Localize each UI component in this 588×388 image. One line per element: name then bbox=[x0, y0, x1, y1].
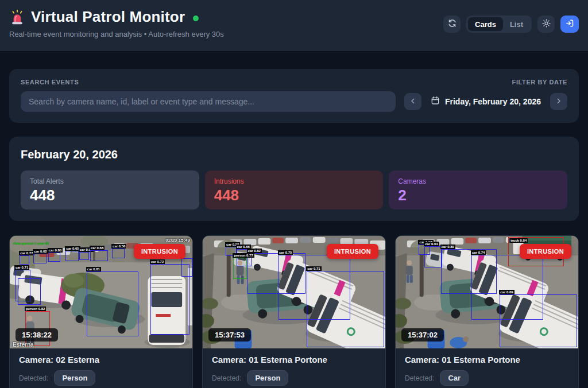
osd-clock-text: 02/20 15:49 bbox=[165, 238, 190, 243]
event-timestamp: 15:37:53 bbox=[208, 328, 251, 342]
calendar-icon bbox=[431, 96, 440, 107]
sun-icon bbox=[542, 19, 551, 29]
detection-box: car 0.65 bbox=[65, 251, 78, 261]
stat-value: 448 bbox=[214, 188, 374, 203]
status-online-dot bbox=[193, 15, 199, 21]
detection-label: car 0.72 bbox=[150, 259, 165, 264]
event-card[interactable]: car 0.58car 0.66car 0.82car 0.75car 0.71… bbox=[202, 235, 386, 388]
detection-label: truck 0.84 bbox=[509, 238, 528, 243]
intrusion-badge: INTRUSION bbox=[520, 244, 571, 259]
detection-label: car 0.74 bbox=[471, 250, 486, 255]
detection-label: person 0.82 bbox=[25, 306, 46, 311]
search-filter-panel: SEARCH EVENTS FILTER BY DATE bbox=[9, 69, 579, 123]
event-info: Camera: 01 Esterna Portone Detected: Per… bbox=[203, 348, 385, 388]
date-navigation: Friday, February 20, 2026 bbox=[404, 93, 567, 110]
view-toggle-cards[interactable]: Cards bbox=[468, 17, 503, 31]
detection-box bbox=[18, 278, 41, 304]
camera-name: Camera: 01 Esterna Portone bbox=[212, 355, 376, 364]
summary-date-heading: February 20, 2026 bbox=[21, 148, 567, 161]
daily-summary-panel: February 20, 2026 Total Alerts 448 Intru… bbox=[9, 137, 579, 221]
main-content: SEARCH EVENTS FILTER BY DATE bbox=[0, 52, 588, 388]
detection-label: car 0.69 bbox=[499, 290, 514, 294]
theme-toggle-button[interactable] bbox=[537, 15, 555, 33]
detection-label: car 0.62 bbox=[33, 249, 48, 254]
camera-snapshot: car 0.58car 0.66car 0.82car 0.75car 0.71… bbox=[203, 236, 385, 348]
camera-snapshot: car 0.71car 0.77car 0.62car 0.80car 0.65… bbox=[10, 236, 192, 348]
detection-box: car 0.60 bbox=[79, 252, 89, 259]
detection-box: car 0.56 bbox=[112, 249, 125, 259]
stat-label: Cameras bbox=[398, 177, 558, 185]
chevron-left-icon bbox=[409, 98, 416, 106]
detection-box: car 0.69 bbox=[500, 294, 577, 347]
detected-type-badge: Car bbox=[440, 370, 469, 386]
detection-label: car 0.75 bbox=[278, 250, 293, 255]
header-controls: Cards List bbox=[443, 8, 579, 51]
detection-label: car 0.80 bbox=[440, 245, 455, 249]
stat-label: Intrusions bbox=[214, 177, 374, 185]
osd-area-text: Area person 1 cam 02 bbox=[13, 242, 49, 245]
page-subtitle: Real-time event monitoring and analysis … bbox=[9, 30, 224, 38]
chevron-right-icon bbox=[555, 98, 562, 106]
detected-label: Detected: bbox=[405, 374, 434, 382]
detection-label: person 0.77 bbox=[233, 253, 254, 258]
detection-label: car 0.64 bbox=[424, 242, 439, 246]
detected-label: Detected: bbox=[212, 374, 241, 382]
login-button[interactable] bbox=[560, 15, 579, 33]
search-events-label: SEARCH EVENTS bbox=[21, 79, 79, 86]
stat-label: Total Alerts bbox=[30, 177, 190, 185]
camera-snapshot: car 0.57car 0.64car 0.80car 0.74car 0.69… bbox=[396, 236, 578, 348]
stat-card-intrusions: Intrusions 448 bbox=[205, 170, 384, 209]
detection-label: car 0.77 bbox=[19, 251, 34, 255]
detection-box: car 0.62 bbox=[33, 254, 46, 263]
next-day-button[interactable] bbox=[550, 93, 567, 110]
stat-card-cameras: Cameras 2 bbox=[389, 170, 567, 209]
detection-label: car 0.82 bbox=[247, 249, 262, 253]
event-timestamp: 15:38:22 bbox=[16, 328, 58, 342]
detection-label: car 0.68 bbox=[90, 246, 105, 250]
detection-label: car 0.65 bbox=[65, 246, 80, 251]
detection-box: car 0.80 bbox=[48, 253, 60, 262]
page-title: Virtual Patrol Monitor bbox=[31, 8, 185, 26]
detected-type-badge: Person bbox=[54, 370, 95, 386]
detection-label: car 0.81 bbox=[86, 267, 101, 271]
detection-box: car 0.64 bbox=[424, 246, 442, 267]
detection-label: car 0.71 bbox=[14, 265, 29, 270]
intrusion-badge: INTRUSION bbox=[327, 244, 378, 259]
stat-value: 448 bbox=[30, 188, 190, 203]
osd-camera-label: Esterna bbox=[13, 342, 34, 348]
siren-icon bbox=[9, 9, 25, 25]
detection-box: car 0.81 bbox=[87, 271, 139, 337]
selected-date: Friday, February 20, 2026 bbox=[445, 97, 541, 106]
event-info: Camera: 01 Esterna Portone Detected: Car bbox=[396, 348, 578, 388]
event-cards-grid: car 0.71car 0.77car 0.62car 0.80car 0.65… bbox=[9, 235, 579, 388]
detection-box: car 0.68 bbox=[90, 250, 108, 261]
search-input[interactable] bbox=[21, 91, 396, 112]
event-card[interactable]: car 0.71car 0.77car 0.62car 0.80car 0.65… bbox=[9, 235, 193, 388]
detection-label: car 0.80 bbox=[48, 248, 63, 253]
refresh-icon bbox=[448, 19, 457, 29]
stat-card-total-alerts: Total Alerts 448 bbox=[21, 170, 199, 209]
view-toggle-list[interactable]: List bbox=[503, 17, 530, 31]
event-card[interactable]: car 0.57car 0.64car 0.80car 0.74car 0.69… bbox=[395, 235, 579, 388]
event-info: Camera: 02 Esterna Detected: Person bbox=[10, 348, 192, 388]
intrusion-badge: INTRUSION bbox=[134, 244, 185, 259]
detected-type-badge: Person bbox=[247, 370, 288, 386]
camera-name: Camera: 02 Esterna bbox=[19, 355, 183, 364]
detection-box: car 0.77 bbox=[20, 255, 29, 265]
detected-label: Detected: bbox=[19, 374, 48, 382]
detection-box: person 0.77 bbox=[233, 258, 246, 279]
previous-day-button[interactable] bbox=[404, 93, 421, 110]
log-in-icon bbox=[566, 19, 574, 29]
brand-block: Virtual Patrol Monitor Real-time event m… bbox=[9, 8, 224, 51]
filter-by-date-label: FILTER BY DATE bbox=[512, 79, 567, 86]
stat-value: 2 bbox=[398, 188, 558, 203]
date-display[interactable]: Friday, February 20, 2026 bbox=[427, 96, 544, 107]
event-timestamp: 15:37:02 bbox=[401, 328, 444, 342]
view-toggle: Cards List bbox=[466, 15, 532, 33]
detection-box bbox=[181, 258, 192, 276]
detection-label: car 0.56 bbox=[111, 244, 126, 249]
app-header: Virtual Patrol Monitor Real-time event m… bbox=[0, 0, 588, 52]
camera-name: Camera: 01 Esterna Portone bbox=[405, 355, 569, 364]
detection-label: car 0.71 bbox=[306, 266, 321, 271]
refresh-button[interactable] bbox=[443, 15, 461, 33]
